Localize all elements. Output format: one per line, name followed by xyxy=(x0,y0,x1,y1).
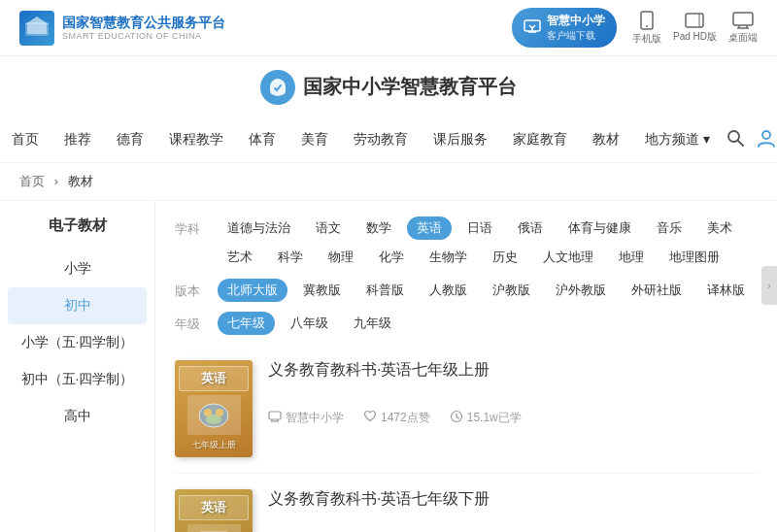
sidebar-title: 电子教材 xyxy=(0,216,154,235)
subject-tag-fine-art[interactable]: 美术 xyxy=(697,216,742,240)
grade-tags: 七年级 八年级 九年级 xyxy=(218,312,401,335)
device-desktop-label: 桌面端 xyxy=(728,31,758,45)
sidebar-primary-4[interactable]: 小学（五·四学制） xyxy=(0,324,154,361)
download-title: 智慧中小学 xyxy=(547,13,605,29)
book-info-1: 义务教育教科书·英语七年级上册 智慧中小学 1472点赞 xyxy=(268,360,758,426)
nav-sports[interactable]: 体育 xyxy=(237,117,287,162)
book-platform-1: 智慧中小学 xyxy=(268,410,344,426)
book-meta-1: 智慧中小学 1472点赞 15.1w已学 xyxy=(268,410,758,426)
subject-tag-geo[interactable]: 地理 xyxy=(609,246,654,269)
sidebar-high[interactable]: 高中 xyxy=(0,398,154,435)
subject-tag-art[interactable]: 艺术 xyxy=(218,246,262,269)
likes-icon-1 xyxy=(363,410,377,426)
sidebar-middle[interactable]: 初中 xyxy=(8,287,147,324)
svg-line-15 xyxy=(738,141,743,146)
version-tag-hujiao[interactable]: 沪教版 xyxy=(483,279,540,302)
nav-curriculum[interactable]: 课程教学 xyxy=(157,117,235,162)
book-info-2: 义务教育教科书·英语七年级下册 智慧中小学 318点赞 xyxy=(268,489,758,532)
subject-tag-russian[interactable]: 俄语 xyxy=(508,216,553,240)
version-filter-label: 版本 xyxy=(175,279,210,300)
grade-tag-8[interactable]: 八年级 xyxy=(281,312,338,335)
version-filter-row: 版本 北师大版 冀教版 科普版 人教版 沪教版 沪外教版 外研社版 译林版 xyxy=(175,279,758,302)
device-pad[interactable]: Pad HD版 xyxy=(673,13,717,44)
nav-art[interactable]: 美育 xyxy=(289,117,340,162)
site-title-text: 国家中小学智慧教育平台 xyxy=(303,64,517,110)
version-tags: 北师大版 冀教版 科普版 人教版 沪教版 沪外教版 外研社版 译林版 xyxy=(218,279,755,302)
version-tag-jijiao[interactable]: 冀教版 xyxy=(293,279,351,302)
logo-en: SMART EDUCATION OF CHINA xyxy=(62,31,225,43)
nav-local-arrow: ▾ xyxy=(703,131,710,147)
scroll-hint[interactable]: › xyxy=(761,266,777,305)
filter-area: 学科 道德与法治 语文 数学 英语 日语 俄语 体育与健康 音乐 美术 艺术 科… xyxy=(155,201,777,532)
subject-tags: 道德与法治 语文 数学 英语 日语 俄语 体育与健康 音乐 美术 艺术 科学 物… xyxy=(218,216,758,269)
subject-tag-music[interactable]: 音乐 xyxy=(647,216,692,240)
subject-tag-biology[interactable]: 生物学 xyxy=(420,246,477,269)
subject-tag-chinese[interactable]: 语文 xyxy=(306,216,351,240)
subject-tag-pe[interactable]: 体育与健康 xyxy=(558,216,641,240)
subject-tag-japanese[interactable]: 日语 xyxy=(457,216,502,240)
breadcrumb: 首页 › 教材 xyxy=(0,163,777,201)
user-icon[interactable] xyxy=(756,127,777,153)
book-likes-1: 1472点赞 xyxy=(363,410,430,426)
version-tag-waiyanshe[interactable]: 外研社版 xyxy=(622,279,692,302)
nav-home[interactable]: 首页 xyxy=(0,117,51,162)
nav-moral[interactable]: 德育 xyxy=(105,117,155,162)
subject-filter-label: 学科 xyxy=(175,216,210,238)
device-phone[interactable]: 手机版 xyxy=(632,11,661,46)
version-tag-kepu[interactable]: 科普版 xyxy=(356,279,414,302)
svg-point-14 xyxy=(728,131,739,142)
book-cover-2[interactable]: 英语 七年级下册 xyxy=(175,489,253,532)
book-item-1: 英语 七年级上册 义务教 xyxy=(175,345,758,474)
search-icon[interactable] xyxy=(726,129,744,151)
svg-marker-2 xyxy=(25,17,49,24)
nav-labor[interactable]: 劳动教育 xyxy=(342,117,420,162)
svg-rect-8 xyxy=(686,14,703,27)
subject-tag-math[interactable]: 数学 xyxy=(356,216,401,240)
platform-icon-1 xyxy=(268,410,282,426)
subject-tag-science[interactable]: 科学 xyxy=(268,246,313,269)
subject-filter-row: 学科 道德与法治 语文 数学 英语 日语 俄语 体育与健康 音乐 美术 艺术 科… xyxy=(175,216,758,269)
main-nav-area: 国家中小学智慧教育平台 首页 推荐 德育 课程教学 体育 美育 劳动教育 课后服… xyxy=(0,56,777,163)
logo-text: 国家智慧教育公共服务平台 SMART EDUCATION OF CHINA xyxy=(62,14,225,43)
book-cover-1[interactable]: 英语 七年级上册 xyxy=(175,360,253,457)
grade-tag-9[interactable]: 九年级 xyxy=(344,312,401,335)
site-title-icon xyxy=(260,70,295,105)
version-tag-huwai[interactable]: 沪外教版 xyxy=(546,279,616,302)
nav-local[interactable]: 地方频道 ▾ xyxy=(633,117,722,162)
device-phone-label: 手机版 xyxy=(632,32,661,46)
nav-recommend[interactable]: 推荐 xyxy=(52,117,103,162)
breadcrumb-sep: › xyxy=(54,174,58,188)
logo-cn: 国家智慧教育公共服务平台 xyxy=(62,14,225,31)
sidebar-middle-4[interactable]: 初中（五·四学制） xyxy=(0,361,154,398)
sidebar-primary[interactable]: 小学 xyxy=(0,250,154,287)
subject-tag-physics[interactable]: 物理 xyxy=(319,246,363,269)
download-button[interactable]: 智慧中小学 客户端下载 xyxy=(512,8,617,48)
book-title-2[interactable]: 义务教育教科书·英语七年级下册 xyxy=(268,489,758,510)
subject-tag-human-geo[interactable]: 人文地理 xyxy=(533,246,603,269)
book-studies-1: 15.1w已学 xyxy=(450,410,522,426)
svg-rect-21 xyxy=(269,412,281,419)
nav-family[interactable]: 家庭教育 xyxy=(501,117,579,162)
device-desktop[interactable]: 桌面端 xyxy=(728,12,758,45)
logo-area: 国家智慧教育公共服务平台 SMART EDUCATION OF CHINA xyxy=(19,11,225,46)
download-icon xyxy=(524,17,541,38)
top-header: 国家智慧教育公共服务平台 SMART EDUCATION OF CHINA 智慧… xyxy=(0,0,777,56)
subject-tag-moral[interactable]: 道德与法治 xyxy=(218,216,300,240)
nav-after-school[interactable]: 课后服务 xyxy=(422,117,499,162)
breadcrumb-home[interactable]: 首页 xyxy=(19,174,45,188)
subject-tag-geo-map[interactable]: 地理图册 xyxy=(659,246,729,269)
svg-rect-1 xyxy=(27,24,47,34)
book-title-1[interactable]: 义务教育教科书·英语七年级上册 xyxy=(268,360,758,381)
grade-filter-label: 年级 xyxy=(175,312,210,333)
nav-right xyxy=(726,127,777,153)
version-tag-yilin[interactable]: 译林版 xyxy=(697,279,755,302)
logo-icon xyxy=(19,11,54,46)
subject-tag-chemistry[interactable]: 化学 xyxy=(369,246,414,269)
grade-tag-7[interactable]: 七年级 xyxy=(218,312,275,335)
version-tag-renjiao[interactable]: 人教版 xyxy=(420,279,477,302)
subject-tag-english[interactable]: 英语 xyxy=(407,216,452,240)
device-pad-label: Pad HD版 xyxy=(673,30,717,44)
version-tag-bsda[interactable]: 北师大版 xyxy=(218,279,287,302)
subject-tag-history[interactable]: 历史 xyxy=(483,246,527,269)
nav-textbook[interactable]: 教材 xyxy=(581,117,631,162)
